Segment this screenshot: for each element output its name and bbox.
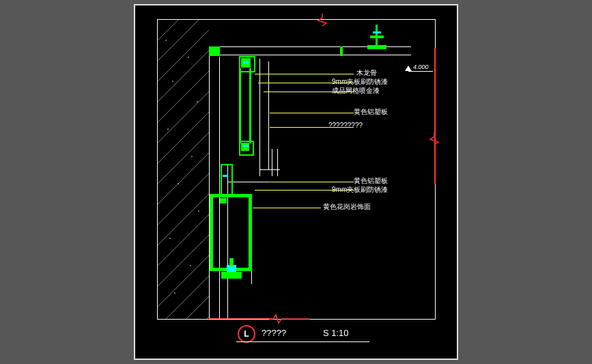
keel-block-3b [241, 143, 249, 151]
anchor-base [221, 272, 242, 279]
svg-point-19 [165, 40, 167, 41]
svg-point-28 [190, 265, 191, 266]
drawing-scale: S 1:10 [323, 328, 349, 338]
detail-tag-circle: L [238, 325, 255, 343]
granite-left-frame [210, 194, 213, 270]
label-acp-2: 黄色铝塑板 [354, 176, 388, 186]
hanger-bolt [373, 31, 381, 33]
title-underline [236, 341, 369, 342]
panel-front-line-2 [268, 61, 269, 169]
break-top-icon [318, 14, 326, 26]
label-keel: 木龙骨 [356, 68, 377, 78]
joint-2 [227, 182, 268, 182]
drawing-canvas: 木龙骨 9mm夹板刷防锈漆 成品网格喷金漆 黄色铝塑板 ????????? 黄色… [134, 4, 458, 360]
granite-right-frame [249, 194, 252, 270]
svg-point-29 [174, 292, 175, 294]
panel-front-line [259, 59, 260, 176]
break-right-icon [430, 132, 438, 145]
svg-point-21 [172, 81, 173, 82]
svg-point-20 [188, 57, 189, 58]
label-unknown: ????????? [328, 122, 363, 129]
elevation-arrow-icon [405, 66, 412, 71]
elevation-value: 4.000 [413, 64, 429, 70]
dim-tick-2 [277, 149, 278, 176]
bolt-3 [223, 175, 228, 177]
elev-line [408, 71, 433, 72]
leader-1 [255, 74, 354, 74]
hanger-cap [370, 36, 384, 38]
detail-tag-letter: L [244, 329, 249, 339]
keel-vert-1 [239, 68, 241, 143]
dim-tick-1 [272, 149, 272, 176]
svg-point-27 [169, 238, 171, 239]
section-cut-right [434, 48, 436, 184]
label-plywood-1: 9mm夹板刷防锈漆 [332, 77, 388, 87]
hanger-bracket [367, 45, 386, 49]
leader-6 [268, 182, 354, 182]
drawing-title: ????? [262, 328, 286, 338]
leader-4 [270, 113, 354, 113]
substrate-line-1 [219, 57, 220, 318]
svg-point-22 [197, 101, 198, 102]
keel-vert-2 [249, 68, 251, 143]
cut-bottom-l [209, 318, 272, 319]
ceiling-sub [219, 55, 411, 55]
svg-point-25 [178, 183, 179, 184]
anchor-pin [229, 258, 234, 266]
label-granite: 黄色花岗岩饰面 [323, 202, 371, 212]
bracket-mid [221, 164, 233, 195]
keel-block-1 [209, 46, 220, 56]
svg-point-24 [191, 156, 193, 157]
svg-rect-0 [158, 20, 209, 319]
svg-point-26 [198, 210, 199, 212]
break-bottom-icon [269, 313, 277, 325]
hanger-1 [340, 46, 343, 56]
label-acp-1: 黄色铝塑板 [354, 107, 388, 117]
clip-1 [220, 198, 227, 204]
bolt-1 [243, 61, 249, 64]
wall-face-line [209, 46, 210, 318]
label-grille: 成品网格喷金漆 [332, 86, 380, 96]
bolt-2 [243, 145, 249, 147]
svg-point-23 [167, 128, 169, 130]
leader-8 [253, 208, 321, 208]
label-plywood-2: 9mm夹板刷防锈漆 [332, 185, 388, 195]
wall-hatch [158, 20, 209, 319]
